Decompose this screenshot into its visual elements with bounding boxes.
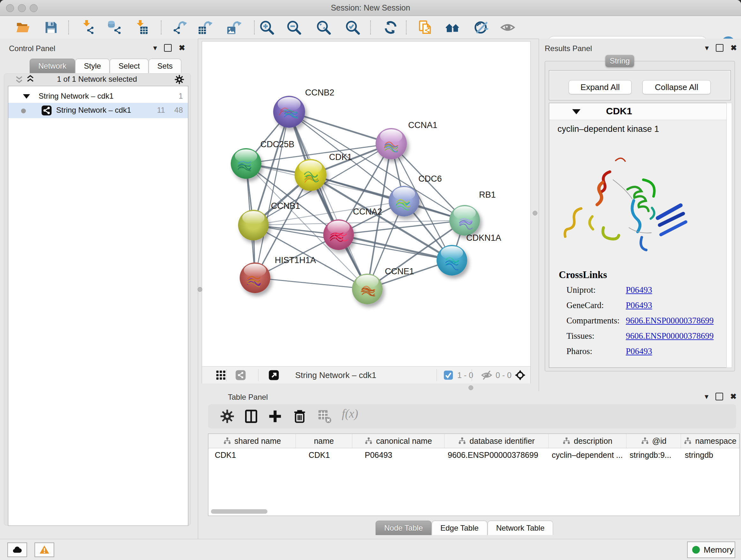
network-node-HIST1H1A[interactable] — [240, 262, 270, 293]
results-scrollbar-track[interactable] — [726, 103, 732, 368]
cell-shared-name[interactable]: CDK1 — [208, 448, 296, 462]
open-in-new-button[interactable] — [268, 370, 279, 381]
network-node-CDC25B[interactable] — [231, 148, 261, 179]
crosslink-link[interactable]: P06493 — [626, 285, 652, 295]
import-network-database-button[interactable] — [107, 20, 122, 35]
plus-button[interactable] — [268, 409, 282, 423]
tab-string[interactable]: String — [605, 55, 634, 67]
tab-sets[interactable]: Sets — [149, 59, 181, 73]
export-image-button[interactable] — [227, 20, 242, 35]
left-splitter-handle[interactable] — [198, 287, 202, 292]
network-node-CCNB1[interactable] — [238, 210, 269, 240]
zoom-fit-button[interactable] — [316, 20, 331, 35]
import-table-file-button[interactable] — [134, 20, 148, 35]
section-disclosure-icon[interactable] — [572, 109, 581, 114]
tab-network[interactable]: Network — [30, 59, 75, 73]
expand-all-button[interactable]: Expand All — [569, 80, 631, 94]
panel-menu-icon[interactable]: ▾ — [704, 393, 709, 400]
string-home-button[interactable] — [445, 20, 460, 35]
export-network-button[interactable] — [172, 20, 187, 35]
cloud-status-button[interactable] — [7, 543, 27, 557]
memory-button[interactable]: Memory — [687, 542, 735, 558]
grid-view-button[interactable] — [215, 370, 226, 381]
crosslink-link[interactable]: 9606.ENSP00000378699 — [626, 316, 714, 326]
gear-button[interactable] — [220, 409, 234, 423]
cell-description[interactable]: cyclin–dependent ... — [549, 448, 626, 462]
right-splitter-handle[interactable] — [533, 211, 537, 215]
export-table-button[interactable] — [198, 20, 212, 35]
network-node-CDK1[interactable] — [294, 159, 327, 191]
network-view-button[interactable] — [235, 370, 246, 381]
tab-style[interactable]: Style — [75, 59, 110, 73]
network-node-CDKN1A[interactable] — [436, 245, 467, 275]
crosslinks-section: CrossLinks Uniprot:P06493GeneCard:P06493… — [559, 269, 714, 362]
show-panel-eye-button[interactable] — [500, 20, 515, 35]
network-node-CCNA1[interactable] — [376, 128, 407, 159]
tab-edge-table[interactable]: Edge Table — [432, 521, 487, 535]
table-row[interactable]: CDK1CDK1P064939606.ENSP00000378699cyclin… — [208, 448, 739, 462]
fx-button[interactable]: f(x) — [342, 407, 370, 421]
network-node-CDC6[interactable] — [389, 186, 419, 216]
table-horizontal-scrollbar[interactable] — [211, 509, 267, 514]
cell--id[interactable]: stringdb:9... — [626, 448, 681, 462]
column-header-shared-name[interactable]: shared name — [208, 434, 296, 448]
network-collection-row[interactable]: String Network – cdk1 1 — [8, 90, 188, 103]
expand-collapse-box: Expand All Collapse All — [549, 70, 731, 100]
float-panel-icon[interactable] — [164, 44, 172, 52]
column-header-database-identifier[interactable]: database identifier — [445, 434, 549, 448]
node-label-HIST1H1A: HIST1H1A — [275, 255, 316, 265]
import-network-file-button[interactable] — [80, 20, 95, 35]
network-options-gear-icon[interactable] — [175, 75, 184, 84]
close-panel-icon[interactable]: ✖ — [730, 393, 737, 400]
column-header-name[interactable]: name — [296, 434, 352, 448]
node-details-header[interactable]: CDK1 — [549, 103, 731, 120]
network-node-CCNA2[interactable] — [323, 219, 354, 250]
crosslink-link[interactable]: P06493 — [626, 347, 652, 356]
column-header-description[interactable]: description — [549, 434, 626, 448]
glass-effect-button[interactable] — [474, 20, 488, 35]
network-node-RB1[interactable] — [449, 205, 480, 236]
column-header-namespace[interactable]: namespace — [681, 434, 739, 448]
table-delete-button[interactable] — [318, 409, 332, 423]
collapse-all-button[interactable]: Collapse All — [643, 80, 711, 94]
crosslink-link[interactable]: P06493 — [626, 300, 652, 310]
column-header--id[interactable]: @id — [626, 434, 681, 448]
network-node-CCNB2[interactable] — [273, 96, 305, 128]
panel-menu-icon[interactable]: ▾ — [153, 44, 157, 52]
bottom-splitter-handle[interactable] — [468, 385, 473, 390]
tab-network-table[interactable]: Network Table — [488, 521, 553, 535]
trash-button[interactable] — [293, 409, 307, 423]
network-row-selected[interactable]: String Network – cdk1 11 48 — [8, 103, 188, 118]
network-canvas[interactable]: CCNB2CCNA1CDC25BCDK1CDC6RB1CCNB1CCNA2CDK… — [202, 42, 530, 366]
refresh-button[interactable] — [383, 20, 398, 35]
birdseye-navigator-button[interactable] — [515, 370, 526, 381]
tab-node-table[interactable]: Node Table — [376, 521, 431, 535]
save-session-button[interactable] — [44, 20, 58, 35]
hidden-indicator-icon[interactable] — [481, 370, 492, 381]
close-panel-icon[interactable]: ✖ — [179, 44, 185, 52]
column-header-canonical-name[interactable]: canonical name — [352, 434, 445, 448]
crosslink-link[interactable]: 9606.ENSP00000378699 — [626, 331, 714, 341]
cell-namespace[interactable]: stringdb — [681, 448, 739, 462]
zoom-in-button[interactable] — [259, 20, 274, 35]
float-panel-icon[interactable] — [716, 44, 724, 52]
zoom-selected-button[interactable] — [345, 20, 360, 35]
node-details-name: CDK1 — [606, 106, 632, 117]
float-panel-icon[interactable] — [716, 393, 723, 400]
cell-database-identifier[interactable]: 9606.ENSP00000378699 — [445, 448, 549, 462]
warning-status-button[interactable] — [35, 543, 54, 557]
close-panel-icon[interactable]: ✖ — [731, 44, 737, 52]
network-node-CCNE1[interactable] — [352, 273, 383, 304]
tab-select[interactable]: Select — [110, 59, 148, 73]
network-view-toolbar: String Network – cdk1 1 - 0 0 - 0 — [202, 366, 530, 383]
cell-name[interactable]: CDK1 — [296, 448, 352, 462]
zoom-out-button[interactable] — [286, 20, 301, 35]
columns-button[interactable] — [244, 409, 258, 423]
clone-network-button[interactable] — [418, 20, 432, 35]
cell-canonical-name[interactable]: P06493 — [352, 448, 445, 462]
open-session-button[interactable] — [16, 20, 30, 35]
footer-separator — [258, 369, 259, 381]
collection-disclosure-icon[interactable] — [23, 94, 30, 99]
selected-indicator-checkbox[interactable] — [443, 370, 454, 381]
panel-menu-icon[interactable]: ▾ — [705, 44, 709, 52]
